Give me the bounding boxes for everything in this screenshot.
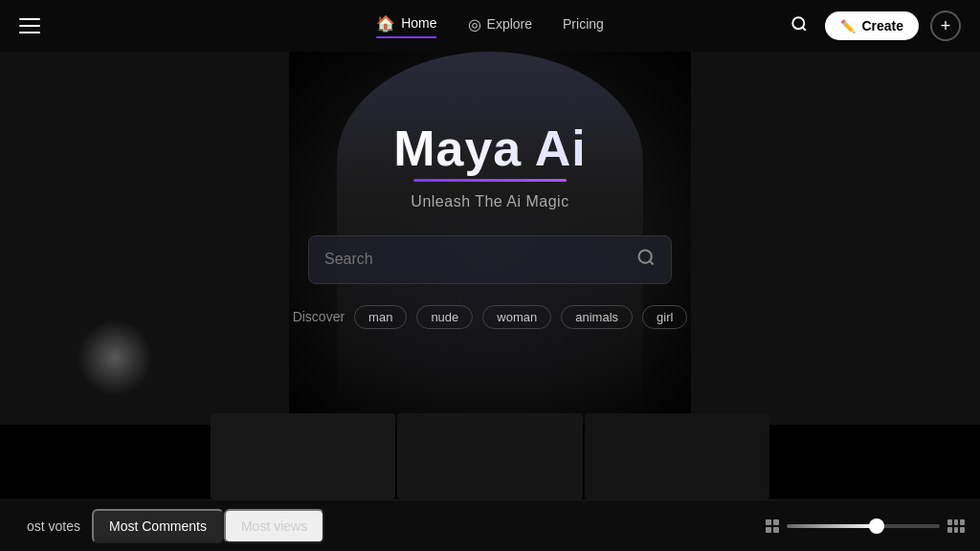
explore-icon: ◎ <box>468 15 481 33</box>
hero-title-wrapper: Maya Ai <box>393 120 587 182</box>
home-icon: 🏠 <box>376 14 395 33</box>
svg-point-2 <box>639 250 652 262</box>
svg-line-1 <box>803 27 806 30</box>
toolbar-right <box>766 519 965 533</box>
discover-label: Discover <box>293 309 345 324</box>
filter-tab-most-votes-partial[interactable]: ost votes <box>15 511 92 541</box>
nav-pricing-label: Pricing <box>563 16 604 32</box>
svg-line-3 <box>650 260 654 264</box>
filter-tab-most-comments[interactable]: Most Comments <box>92 509 224 543</box>
image-card-3[interactable] <box>585 413 769 499</box>
tag-animals[interactable]: animals <box>561 305 633 329</box>
create-button[interactable]: ✏️ Create <box>825 11 919 40</box>
hamburger-icon[interactable] <box>19 18 40 33</box>
image-card-1[interactable] <box>211 413 395 499</box>
nav-right: ✏️ Create + <box>785 10 961 43</box>
view-size-slider[interactable] <box>787 524 940 528</box>
pen-icon: ✏️ <box>840 19 856 33</box>
bottom-toolbar: ost votes Most Comments Most views <box>0 499 980 551</box>
nav-explore-label: Explore <box>487 16 532 32</box>
tag-man[interactable]: man <box>354 305 407 329</box>
image-card-2[interactable] <box>397 413 582 499</box>
tag-woman[interactable]: woman <box>482 305 551 329</box>
nav-left <box>19 18 40 33</box>
grid-large-icon[interactable] <box>947 519 965 533</box>
nav-center: 🏠 Home ◎ Explore Pricing <box>376 14 604 38</box>
nav-home-label: Home <box>401 15 436 31</box>
glow-orb <box>77 320 153 396</box>
search-bar-icon[interactable] <box>636 248 656 272</box>
plus-button[interactable]: + <box>930 11 961 41</box>
title-underline <box>413 179 567 182</box>
navbar: 🏠 Home ◎ Explore Pricing ✏️ Create + <box>0 0 980 52</box>
tag-girl[interactable]: girl <box>642 305 687 329</box>
grid-small-icon[interactable] <box>766 519 779 533</box>
create-label: Create <box>861 18 903 33</box>
most-votes-label: ost votes <box>27 518 80 534</box>
search-input[interactable] <box>324 251 636 268</box>
discover-row: Discover man nude woman animals girl <box>293 305 688 329</box>
hero-title: Maya Ai <box>393 120 587 177</box>
nav-item-pricing[interactable]: Pricing <box>563 16 604 35</box>
plus-icon: + <box>941 16 951 36</box>
nav-item-explore[interactable]: ◎ Explore <box>468 15 532 37</box>
hero-subtitle: Unleash The Ai Magic <box>411 193 568 210</box>
image-grid-preview <box>0 413 980 499</box>
search-bar <box>308 235 672 284</box>
hero-section: Maya Ai Unleash The Ai Magic Discover ma… <box>0 52 980 425</box>
search-button[interactable] <box>785 10 813 43</box>
nav-item-home[interactable]: 🏠 Home <box>376 14 436 38</box>
view-slider-container <box>766 519 965 533</box>
svg-point-0 <box>793 17 805 29</box>
tag-nude[interactable]: nude <box>416 305 473 329</box>
hero-content: Maya Ai Unleash The Ai Magic Discover ma… <box>293 120 688 329</box>
filter-tab-most-views[interactable]: Most views <box>224 509 324 543</box>
